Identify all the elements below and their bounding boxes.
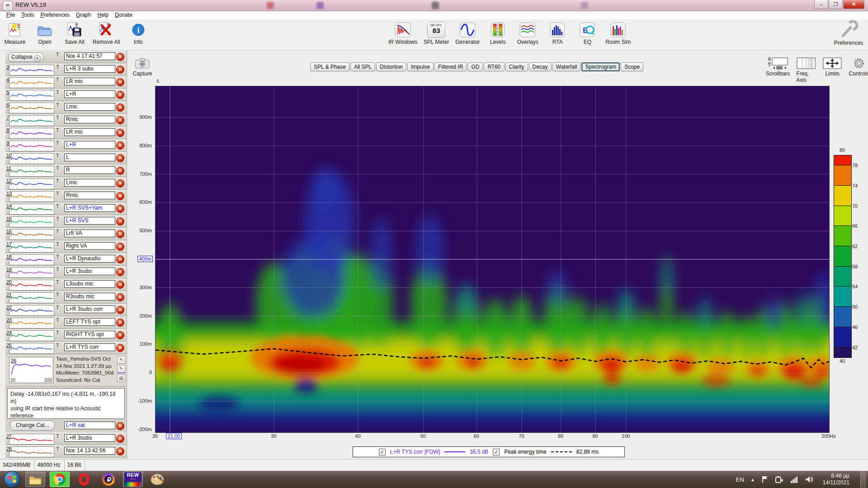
- measurement-name-field[interactable]: LR mic: [64, 128, 115, 136]
- graph-tab[interactable]: GD: [467, 62, 483, 71]
- preferences-button[interactable]: Preferences: [829, 20, 868, 46]
- menu-item[interactable]: Preferences: [40, 12, 70, 18]
- measurement-name-field[interactable]: L+R SVS+Yam: [64, 204, 115, 212]
- menu-item[interactable]: Tools: [21, 12, 34, 18]
- measurement-name-field[interactable]: L+R TYS corr: [64, 343, 115, 351]
- measurement-row[interactable]: 27 T L+R 3subs ✕: [5, 432, 127, 445]
- eq-button[interactable]: E EQ: [574, 20, 600, 46]
- measurement-row[interactable]: 10 T L ✕: [5, 152, 127, 164]
- delete-measurement-button[interactable]: ✕: [116, 230, 124, 238]
- delete-measurement-button[interactable]: ✕: [116, 293, 124, 301]
- measurement-row[interactable]: 4 T LR mic ✕: [5, 76, 127, 89]
- measurement-name-field[interactable]: R: [64, 166, 115, 174]
- open-button[interactable]: Open: [32, 20, 58, 46]
- measurement-name-field[interactable]: L+R: [64, 90, 115, 98]
- delete-measurement-button[interactable]: ✕: [116, 344, 124, 352]
- controls-button[interactable]: Controls: [849, 57, 868, 83]
- delete-measurement-button[interactable]: ✕: [116, 129, 124, 137]
- measurement-name-field[interactable]: Rmic: [64, 116, 115, 123]
- delete-measurement-button[interactable]: ✕: [116, 78, 124, 86]
- close-button[interactable]: ✕: [843, 0, 864, 9]
- network-signal-icon[interactable]: [790, 475, 798, 483]
- rew-taskbar-button[interactable]: REW V5.1: [123, 472, 143, 487]
- graph-tab[interactable]: SPL & Phase: [310, 62, 349, 71]
- measurement-row[interactable]: 6 T Lmic ✕: [5, 101, 127, 114]
- paint-taskbar-button[interactable]: [147, 472, 167, 487]
- graph-tab[interactable]: Clarity: [505, 62, 528, 71]
- delete-measurement-button[interactable]: ✕: [116, 243, 124, 251]
- chrome-taskbar-button[interactable]: [50, 472, 70, 487]
- measurement-name-field[interactable]: RIGHT TYS opt: [64, 331, 115, 338]
- show-hidden-icons-button[interactable]: ▲: [750, 477, 755, 482]
- measurement-row[interactable]: 8 T LR mic ✕: [5, 127, 127, 139]
- graph-tab[interactable]: Impulse: [407, 62, 434, 71]
- measurement-row[interactable]: 3 T L+R 3 subs ✕: [5, 63, 127, 76]
- delete-measurement-button[interactable]: ✕: [116, 179, 124, 188]
- taskbar-clock[interactable]: 6:46 μμ 14/11/2021: [823, 473, 849, 486]
- menu-item[interactable]: Help: [97, 12, 108, 18]
- graph-tab[interactable]: Distortion: [376, 62, 406, 71]
- limits-button[interactable]: Limits: [822, 57, 842, 83]
- measurement-row[interactable]: 18 T L+R Dynaudio ✕: [5, 253, 127, 266]
- scrollbars-button[interactable]: Scrollbars: [766, 57, 790, 83]
- graph-tab[interactable]: Filtered IR: [434, 62, 467, 71]
- delete-measurement-button[interactable]: ✕: [116, 116, 124, 124]
- measurement-row[interactable]: 28 T Νοε 14 13:42:56 ✕: [5, 445, 127, 458]
- measurement-name-field[interactable]: L+R Dynaudio: [64, 255, 115, 263]
- measurement-name-field[interactable]: Νοε 14 13:42:56: [64, 447, 115, 455]
- measurement-row[interactable]: 13 T Rmic ✕: [5, 190, 127, 202]
- graph-tab[interactable]: RT60: [484, 62, 504, 71]
- measurement-row[interactable]: 23 T LEFT TYS opt ✕: [5, 316, 127, 329]
- measurement-row[interactable]: 14 T L+R SVS+Yam ✕: [5, 202, 127, 215]
- delete-measurement-button[interactable]: ✕: [116, 422, 124, 430]
- delete-measurement-button[interactable]: ✕: [116, 192, 124, 200]
- measurement-name-field[interactable]: L+R 3subs: [64, 267, 115, 275]
- legend-checkbox[interactable]: ✓: [379, 449, 386, 455]
- measurement-row[interactable]: 22 T L+R 3subs corr ✕: [5, 304, 127, 316]
- action-center-flag-icon[interactable]: [761, 475, 769, 483]
- measurement-name-field[interactable]: LR mic: [64, 78, 115, 85]
- legend-checkbox[interactable]: ✓: [493, 449, 500, 455]
- measurement-name-field[interactable]: L+R 3subs: [64, 434, 115, 442]
- spectrogram-plot[interactable]: [155, 86, 830, 433]
- show-desktop-button[interactable]: [860, 471, 866, 488]
- delete-measurement-button[interactable]: ✕: [116, 53, 124, 61]
- menu-item[interactable]: Donate: [115, 12, 132, 18]
- measurement-name-field[interactable]: L+R sat: [64, 422, 115, 429]
- measurement-name-field[interactable]: Right VA: [64, 242, 115, 250]
- change-cal-button[interactable]: Change Cal...: [10, 421, 55, 431]
- volume-speaker-icon[interactable]: [805, 475, 814, 483]
- collapse-button[interactable]: Collapse«: [8, 52, 44, 62]
- measurement-row[interactable]: 25 T L+R TYS corr ✕: [5, 342, 127, 354]
- delete-measurement-button[interactable]: ✕: [116, 66, 124, 74]
- measurement-row[interactable]: 12 T Lmic ✕: [5, 177, 127, 190]
- measurement-details-icon[interactable]: ▤: [117, 375, 125, 382]
- measurement-name-field[interactable]: L3subs mic: [64, 280, 115, 288]
- measurement-row[interactable]: 5 T L+R ✕: [5, 89, 127, 101]
- graph-tab[interactable]: Waterfall: [552, 62, 581, 71]
- delete-measurement-button[interactable]: ✕: [116, 281, 124, 289]
- delete-measurement-button[interactable]: ✕: [116, 268, 124, 276]
- spl-meter-button[interactable]: dB SPL83 SPL Meter: [422, 20, 450, 46]
- measurement-name-field[interactable]: Lrft VA: [64, 230, 115, 237]
- graph-tab[interactable]: Decay: [529, 62, 552, 71]
- maximize-button[interactable]: ❐: [829, 0, 843, 9]
- info-button[interactable]: i Info: [125, 20, 151, 46]
- measurement-row[interactable]: 19 T L+R 3subs ✕: [5, 266, 127, 278]
- measurement-row[interactable]: 15 T L+R SVS ✕: [5, 215, 127, 228]
- delete-measurement-button[interactable]: ✕: [116, 306, 124, 314]
- levels-button[interactable]: 0369 Levels: [485, 20, 511, 46]
- delete-measurement-button[interactable]: ✕: [116, 217, 124, 225]
- measure-button[interactable]: Measure: [2, 20, 28, 46]
- measurement-row[interactable]: 21 T R3subs mic ✕: [5, 291, 127, 304]
- measurement-row[interactable]: 11 T R ✕: [5, 164, 127, 177]
- minimize-button[interactable]: –: [814, 0, 828, 9]
- delete-measurement-button[interactable]: ✕: [116, 319, 124, 327]
- measurement-row[interactable]: 20 T L3subs mic ✕: [5, 278, 127, 291]
- graph-tab[interactable]: All SPL: [350, 62, 375, 71]
- delete-measurement-button[interactable]: ✕: [116, 91, 124, 99]
- secure-browser-taskbar-button[interactable]: [99, 472, 118, 487]
- freq-axis-button[interactable]: Freq. Axis: [796, 57, 816, 83]
- edit-notes-icon[interactable]: ✎: [117, 356, 125, 364]
- menu-item[interactable]: Graph: [76, 12, 91, 18]
